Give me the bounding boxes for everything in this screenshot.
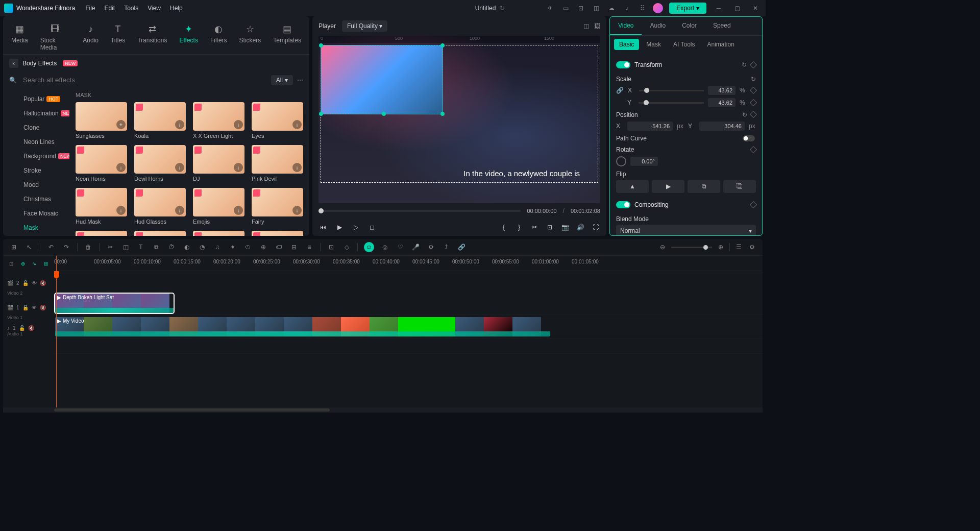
pos-y-input[interactable]: 304.46 — [699, 122, 745, 131]
ai-smiley-icon[interactable]: ☺ — [364, 242, 374, 252]
tab-audio[interactable]: ♪Audio — [83, 20, 99, 54]
close-button[interactable]: ✕ — [749, 2, 762, 14]
inspector-tab-speed[interactable]: Speed — [705, 17, 739, 35]
filter-all-button[interactable]: All ▾ — [271, 75, 293, 85]
fullscreen-icon[interactable]: ⛶ — [591, 223, 600, 232]
export-icon[interactable]: ⤴ — [442, 243, 451, 252]
effect-thumb[interactable]: ↓Koala — [134, 102, 186, 139]
scale-y-slider[interactable] — [639, 102, 704, 104]
compare-view-icon[interactable]: ◫ — [583, 22, 589, 30]
layers-icon[interactable]: ≡ — [305, 243, 314, 252]
playhead[interactable] — [56, 256, 57, 407]
play-range-button[interactable]: ▷ — [351, 223, 360, 232]
inspector-subtab-animation[interactable]: Animation — [702, 39, 739, 50]
zoom-out-button[interactable]: ⊖ — [658, 243, 667, 252]
inspector-subtab-mask[interactable]: Mask — [641, 39, 666, 50]
rotate-dial[interactable] — [616, 156, 626, 166]
tab-templates[interactable]: ▤Templates — [273, 20, 301, 54]
effect-thumb[interactable]: ↓Hud Mask Blue — [193, 231, 244, 236]
flip-h-button[interactable]: ▲ — [616, 180, 649, 193]
download-icon[interactable]: ↓ — [175, 120, 184, 129]
tab-stickers[interactable]: ☆Stickers — [239, 20, 261, 54]
pos-x-input[interactable]: -541.26 — [627, 122, 673, 131]
link-icon[interactable]: 🔗 — [457, 243, 466, 252]
snapshot-icon[interactable]: 🖼 — [594, 22, 600, 30]
minimize-button[interactable]: ─ — [713, 2, 725, 14]
audio-icon[interactable]: ♫ — [213, 243, 222, 252]
zoom-slider[interactable] — [671, 247, 712, 248]
track-video1[interactable]: ▶My Video — [54, 315, 763, 339]
effect-thumb[interactable]: ↓Hud Mask — [76, 188, 127, 225]
effect-thumb[interactable]: ↓Neon Bunny — [76, 231, 127, 236]
cloud-icon[interactable]: ☁ — [607, 4, 616, 13]
undo-button[interactable]: ↶ — [46, 243, 56, 252]
history-icon[interactable]: ↻ — [500, 5, 505, 12]
track-audio1[interactable] — [54, 339, 763, 354]
search-input[interactable] — [21, 74, 267, 86]
camera-icon[interactable]: 📷 — [560, 223, 570, 232]
text-icon[interactable]: T — [136, 243, 145, 252]
category-christmas[interactable]: Christmas — [3, 192, 69, 206]
menu-tools[interactable]: Tools — [124, 5, 138, 12]
menu-file[interactable]: File — [85, 5, 95, 12]
add-icon[interactable]: + — [116, 120, 126, 129]
download-icon[interactable]: ↓ — [116, 163, 126, 172]
mic-icon[interactable]: 🎤 — [411, 243, 420, 252]
compositing-toggle[interactable] — [616, 201, 630, 208]
track-wave-icon[interactable]: ∿ — [30, 259, 39, 268]
tab-titles[interactable]: TTitles — [111, 20, 125, 54]
effect-thumb[interactable]: ↓WooHoo — [134, 231, 186, 236]
clip-video2[interactable]: ▶Depth Bokeh Light Sat — [55, 294, 174, 313]
timeline-tracks[interactable]: 00:0000:00:05:0000:00:10:0000:00:15:0000… — [54, 256, 763, 407]
menu-edit[interactable]: Edit — [105, 5, 115, 12]
inspector-tab-color[interactable]: Color — [674, 17, 705, 35]
progress-slider[interactable] — [318, 210, 521, 212]
timeline-scrollbar[interactable] — [3, 407, 763, 413]
delete-button[interactable]: 🗑 — [84, 243, 93, 252]
tag-icon[interactable]: 🏷 — [274, 243, 283, 252]
expand-icon[interactable]: ⊕ — [259, 243, 268, 252]
mark-out-icon[interactable]: } — [514, 223, 524, 232]
category-mood[interactable]: Mood — [3, 178, 69, 192]
redo-button[interactable]: ↷ — [62, 243, 71, 252]
eye-icon[interactable]: 👁 — [32, 280, 37, 286]
more-icon[interactable]: ⋯ — [297, 77, 303, 84]
mute-icon[interactable]: 🔇 — [40, 280, 46, 286]
maximize-button[interactable]: ▢ — [731, 2, 743, 14]
keyframe-icon[interactable] — [750, 201, 757, 208]
inspector-tab-video[interactable]: Video — [610, 17, 642, 35]
tab-transitions[interactable]: ⇄Transitions — [137, 20, 167, 54]
group-icon[interactable]: ⊟ — [289, 243, 299, 252]
download-icon[interactable]: ↓ — [292, 120, 302, 129]
mute-icon[interactable]: 🔇 — [28, 325, 34, 331]
keyframe-icon[interactable] — [750, 111, 757, 118]
pip-clip-frame[interactable] — [321, 45, 443, 114]
mute-icon[interactable]: 🔇 — [40, 305, 46, 310]
list-view-icon[interactable]: ☰ — [734, 243, 743, 252]
scale-x-slider[interactable] — [639, 90, 704, 91]
flip-copy-button[interactable]: ⧉ — [688, 180, 720, 193]
select-tool-icon[interactable]: ↖ — [24, 243, 34, 252]
flip-dup-button[interactable]: ⿻ — [723, 180, 756, 193]
category-neon-lines[interactable]: Neon Lines — [3, 135, 69, 149]
effect-thumb[interactable]: +Sunglasses — [76, 102, 127, 139]
menu-help[interactable]: Help — [170, 5, 183, 12]
scale-y-input[interactable]: 43.62 — [708, 98, 736, 107]
category-mask[interactable]: Mask — [3, 221, 69, 235]
effect-thumb[interactable]: ↓Neon Horns — [76, 145, 127, 182]
keyframe-icon[interactable] — [750, 61, 757, 68]
volume-icon[interactable]: 🔊 — [576, 223, 585, 232]
lock-icon[interactable]: 🔓 — [19, 325, 25, 331]
blend-dropdown[interactable]: Normal▾ — [616, 225, 756, 235]
layout-icon[interactable]: ◫ — [592, 4, 601, 13]
screen-icon[interactable]: ⊡ — [576, 4, 585, 13]
effect-thumb[interactable]: ↓Emojis — [193, 188, 244, 225]
effects-icon[interactable]: ✦ — [228, 243, 237, 252]
download-icon[interactable]: ↓ — [234, 163, 243, 172]
magnet-icon[interactable]: ⊞ — [9, 243, 18, 252]
back-button[interactable]: ‹ — [9, 59, 18, 68]
track-add-icon[interactable]: ⊞ — [42, 259, 51, 268]
effect-thumb[interactable]: ↓Hud Glasses — [134, 188, 186, 225]
display-icon[interactable]: ⊡ — [545, 223, 554, 232]
apps-icon[interactable]: ⠿ — [638, 4, 647, 13]
